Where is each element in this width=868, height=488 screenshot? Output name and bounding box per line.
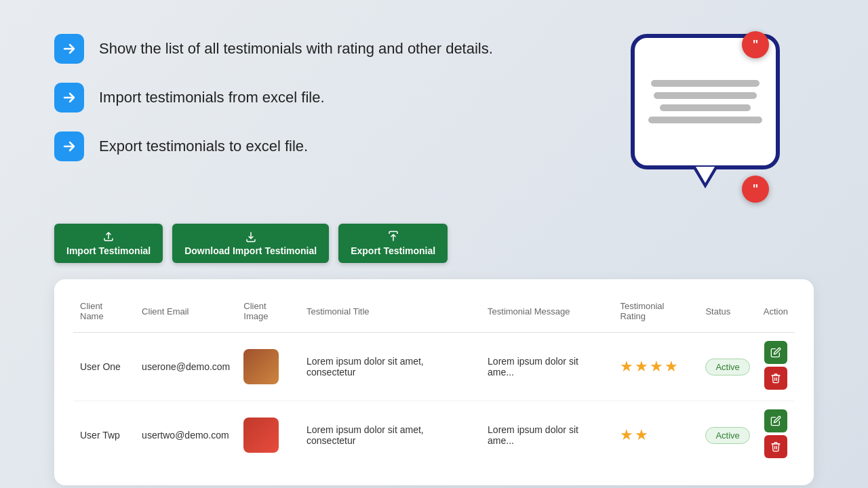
stars-row1: ★ ★ ★ ★ xyxy=(620,358,692,375)
row2-status: Active xyxy=(698,401,756,470)
bubble-line-4 xyxy=(648,117,762,123)
edit-icon xyxy=(770,347,781,358)
row2-actions xyxy=(757,401,795,470)
actions-cell-row2 xyxy=(764,409,788,461)
row1-message: Lorem ipsum dolor sit ame... xyxy=(481,333,613,401)
download-import-testimonial-button[interactable]: Download Import Testimonial xyxy=(172,224,329,263)
feature-text-1: Show the list of all testimonials with r… xyxy=(99,40,493,58)
edit-button-row1[interactable] xyxy=(764,341,787,364)
table-header-row: Client Name Client Email Client Image Te… xyxy=(73,296,795,333)
star-1: ★ xyxy=(620,358,633,375)
col-client-name: Client Name xyxy=(73,296,135,333)
export-icon xyxy=(387,230,399,243)
quote-badge-top: " xyxy=(742,31,769,58)
table-row: User Twp usertwo@demo.com Lorem ipsum do… xyxy=(73,401,795,470)
table-row: User One userone@demo.com Lorem ipsum do… xyxy=(73,333,795,401)
avatar-row2 xyxy=(243,418,279,453)
avatar-row1 xyxy=(243,349,279,384)
delete-icon xyxy=(770,373,781,384)
export-button-label: Export Testimonial xyxy=(351,245,435,256)
feature-text-3: Export testimonials to excel file. xyxy=(99,138,308,155)
col-rating: Testimonial Rating xyxy=(613,296,698,333)
star-2: ★ xyxy=(635,358,648,375)
features-list: Show the list of all testimonials with r… xyxy=(54,34,493,161)
row2-message: Lorem ipsum dolor sit ame... xyxy=(481,401,613,470)
row2-name: User Twp xyxy=(73,401,135,470)
row1-rating: ★ ★ ★ ★ xyxy=(613,333,698,401)
import-testimonial-button[interactable]: Import Testimonial xyxy=(54,224,163,263)
bubble-line-3 xyxy=(660,104,751,111)
star-3: ★ xyxy=(650,358,663,375)
delete-icon xyxy=(770,441,781,452)
upload-icon xyxy=(102,230,115,243)
edit-button-row2[interactable] xyxy=(764,409,787,432)
arrow-icon-1 xyxy=(54,34,84,64)
top-section: Show the list of all testimonials with r… xyxy=(54,27,814,203)
star-2: ★ xyxy=(635,426,648,444)
quote-badge-bottom: " xyxy=(742,176,769,203)
edit-icon xyxy=(770,415,781,426)
row2-title: Lorem ipsum dolor sit amet, consectetur xyxy=(300,401,481,470)
status-badge-row1: Active xyxy=(705,359,749,375)
download-icon xyxy=(245,230,257,243)
actions-cell-row1 xyxy=(764,341,788,392)
row1-title: Lorem ipsum dolor sit amet, consectetur xyxy=(300,333,481,401)
delete-button-row1[interactable] xyxy=(764,367,787,390)
testimonial-illustration: " " xyxy=(610,14,800,203)
export-testimonial-button[interactable]: Export Testimonial xyxy=(338,224,448,263)
arrow-icon-2 xyxy=(54,83,84,113)
row1-image xyxy=(237,333,300,401)
feature-item-2: Import testimonials from excel file. xyxy=(54,83,493,113)
col-action: Action xyxy=(757,296,795,333)
row2-email: usertwo@demo.com xyxy=(135,401,237,470)
star-1: ★ xyxy=(620,426,633,444)
feature-text-2: Import testimonials from excel file. xyxy=(99,89,325,106)
testimonials-table-container: Client Name Client Email Client Image Te… xyxy=(54,279,814,485)
page: Show the list of all testimonials with r… xyxy=(0,0,868,488)
buttons-row: Import Testimonial Download Import Testi… xyxy=(54,224,814,263)
bubble-line-1 xyxy=(651,80,760,87)
status-badge-row2: Active xyxy=(705,427,749,444)
download-import-button-label: Download Import Testimonial xyxy=(184,245,317,256)
col-message: Testimonial Message xyxy=(481,296,613,333)
feature-item-3: Export testimonials to excel file. xyxy=(54,131,493,161)
row2-rating: ★ ★ xyxy=(613,401,698,470)
testimonials-table: Client Name Client Email Client Image Te… xyxy=(73,296,795,469)
col-status: Status xyxy=(698,296,756,333)
col-title: Testimonial Title xyxy=(300,296,481,333)
stars-row2: ★ ★ xyxy=(620,426,692,444)
row1-email: userone@demo.com xyxy=(135,333,237,401)
import-button-label: Import Testimonial xyxy=(66,245,151,256)
row2-image xyxy=(237,401,300,470)
bubble-line-2 xyxy=(654,92,756,99)
feature-item-1: Show the list of all testimonials with r… xyxy=(54,34,493,64)
delete-button-row2[interactable] xyxy=(764,435,787,458)
col-client-image: Client Image xyxy=(237,296,300,333)
row1-actions xyxy=(757,333,795,401)
star-4: ★ xyxy=(665,358,678,375)
row1-status: Active xyxy=(698,333,756,401)
speech-bubble: " " xyxy=(631,34,780,169)
col-client-email: Client Email xyxy=(135,296,237,333)
arrow-icon-3 xyxy=(54,131,84,161)
row1-name: User One xyxy=(73,333,135,401)
